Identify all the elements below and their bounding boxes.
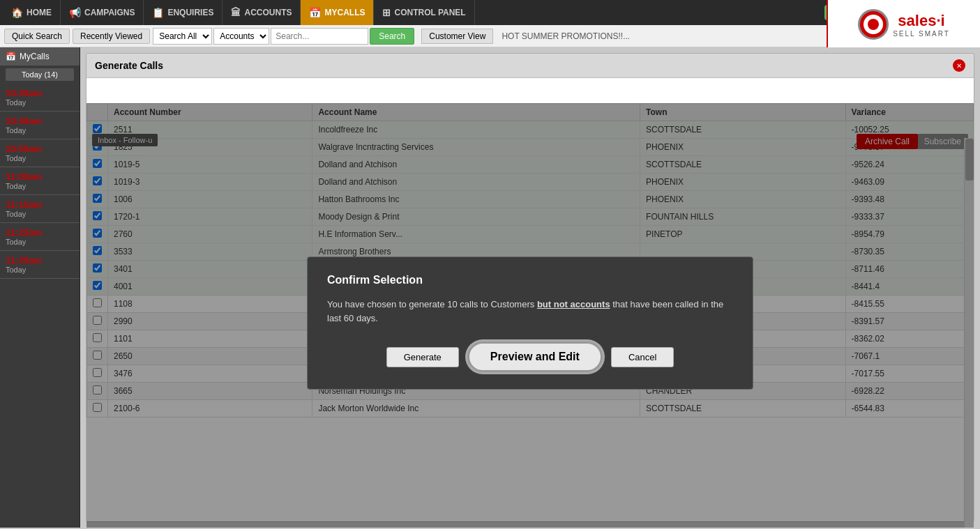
logo-sub: SELL SMART xyxy=(893,30,950,38)
panel-title-bar: Generate Calls ✕ xyxy=(86,54,974,78)
generate-calls-panel: Generate Calls ✕ Inbox - Follow-u Subscr… xyxy=(86,53,974,522)
overlay-backdrop: Confirm Selection You have chosen to gen… xyxy=(86,103,974,528)
recently-viewed-button[interactable]: Recently Viewed xyxy=(73,29,150,44)
sidebar-time-item[interactable]: 10:35amToday xyxy=(0,84,80,112)
confirm-buttons: Generate Preview and Edit Cancel xyxy=(327,342,733,372)
accounts-icon: 🏛 xyxy=(231,7,241,18)
nav-home[interactable]: 🏠 HOME xyxy=(3,0,61,25)
content-area: Generate Calls ✕ Inbox - Follow-u Subscr… xyxy=(80,47,980,528)
cancel-button[interactable]: Cancel xyxy=(611,347,674,367)
confirm-dialog: Confirm Selection You have chosen to gen… xyxy=(307,256,753,390)
search-all-select[interactable]: Search All xyxy=(153,28,212,45)
controlpanel-icon: ⊞ xyxy=(382,7,391,18)
logo-area: sales·i SELL SMART xyxy=(827,0,980,49)
confirm-message: You have chosen to generate 10 calls to … xyxy=(327,298,733,325)
main-layout: 📅 MyCalls Today (14) 10:35amToday10:45am… xyxy=(0,47,980,528)
search-button[interactable]: Search xyxy=(370,28,414,45)
search-group: Search All Accounts Search xyxy=(153,28,414,45)
panel-close-button[interactable]: ✕ xyxy=(953,59,965,72)
logo-text: sales·i xyxy=(893,12,950,30)
message-before: You have chosen to generate 10 calls to … xyxy=(327,299,534,309)
sidebar-time-item[interactable]: 11:05amToday xyxy=(0,167,80,195)
nav-enquiries[interactable]: 📋 ENQUIRIES xyxy=(144,0,223,25)
sidebar-mycalls-icon: 📅 xyxy=(6,52,16,61)
message-bold: but not accounts xyxy=(537,299,610,309)
campaigns-icon: 📢 xyxy=(69,7,81,18)
accounts-select[interactable]: Accounts xyxy=(213,28,269,45)
sidebar-time-item[interactable]: 10:55amToday xyxy=(0,139,80,167)
enquiries-icon: 📋 xyxy=(152,7,164,18)
sidebar-header: 📅 MyCalls xyxy=(0,47,80,66)
sidebar-time-item[interactable]: 11:15amToday xyxy=(0,195,80,223)
sidebar: 📅 MyCalls Today (14) 10:35amToday10:45am… xyxy=(0,47,80,528)
sidebar-time-item[interactable]: 11:25amToday xyxy=(0,223,80,251)
home-icon: 🏠 xyxy=(11,7,23,18)
nav-accounts[interactable]: 🏛 ACCOUNTS xyxy=(223,0,301,25)
mycalls-icon: 📅 xyxy=(309,7,321,18)
sidebar-time-item[interactable]: 10:45amToday xyxy=(0,112,80,139)
nav-mycalls[interactable]: 📅 MYCALLS xyxy=(301,0,374,25)
generate-button[interactable]: Generate xyxy=(386,347,459,367)
search-input[interactable] xyxy=(271,28,368,45)
customer-view-button[interactable]: Customer View xyxy=(421,29,493,44)
quick-search-button[interactable]: Quick Search xyxy=(4,29,70,44)
confirm-title: Confirm Selection xyxy=(327,274,733,286)
sidebar-time-item[interactable]: 11:35amToday xyxy=(0,251,80,279)
preview-and-edit-button[interactable]: Preview and Edit xyxy=(467,342,603,372)
sidebar-times-list: 10:35amToday10:45amToday10:55amToday11:0… xyxy=(0,84,80,279)
panel-title: Generate Calls xyxy=(95,60,163,71)
nav-campaigns[interactable]: 📢 CAMPAIGNS xyxy=(61,0,144,25)
nav-controlpanel[interactable]: ⊞ CONTROL PANEL xyxy=(374,0,474,25)
today-filter-btn[interactable]: Today (14) xyxy=(6,68,74,81)
ticker-text: HOT SUMMER PROMOTIONS!!... xyxy=(502,31,630,41)
